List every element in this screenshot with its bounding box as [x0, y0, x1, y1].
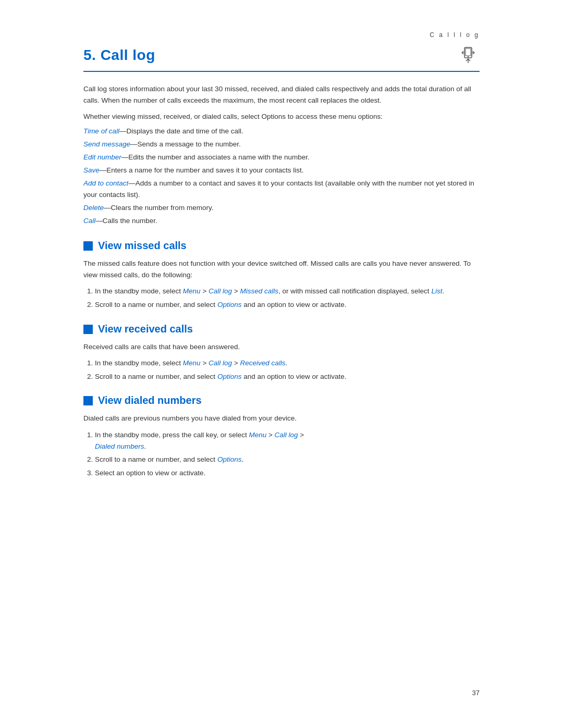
section-heading-dialed-numbers: View dialed numbers: [83, 394, 480, 406]
list-item: Select an option to view or activate.: [95, 467, 480, 479]
section-square-received: [83, 325, 93, 334]
chapter-label: C a l l l o g: [430, 31, 480, 39]
svg-point-2: [468, 56, 469, 57]
menu-item-5: Delete—Clears the number from memory.: [83, 202, 480, 214]
page-header: C a l l l o g: [0, 0, 563, 44]
menu-item-0: Time of call—Displays the date and time …: [83, 126, 480, 138]
menu-item-2: Edit number—Edits the number and associa…: [83, 152, 480, 164]
menu-item-1: Send message—Sends a message to the numb…: [83, 139, 480, 151]
call-log-icon: [457, 44, 480, 67]
content-area: 5. Call log: [0, 44, 563, 728]
intro-paragraph1: Call log stores information about your l…: [83, 83, 480, 106]
missed-calls-steps: In the standby mode, select Menu > Call …: [83, 286, 480, 310]
section-square-dialed: [83, 396, 93, 405]
menu-items-list: Time of call—Displays the date and time …: [83, 126, 480, 228]
received-calls-steps: In the standby mode, select Menu > Call …: [83, 357, 480, 382]
received-calls-intro: Received calls are calls that have been …: [83, 341, 480, 353]
menu-item-4: Add to contact—Adds a number to a contac…: [83, 178, 480, 202]
menu-item-3: Save—Enters a name for the number and sa…: [83, 165, 480, 177]
menu-item-6: Call—Calls the number.: [83, 215, 480, 227]
page: C a l l l o g 5. Call log: [0, 0, 563, 728]
section-heading-received-calls: View received calls: [83, 323, 480, 335]
list-item: Scroll to a name or number, and select O…: [95, 299, 480, 311]
section-square-missed: [83, 241, 93, 251]
page-number: 37: [472, 689, 480, 697]
list-item: In the standby mode, select Menu > Call …: [95, 286, 480, 297]
section-title-dialed-numbers: View dialed numbers: [98, 394, 202, 406]
missed-calls-intro: The missed calls feature does not functi…: [83, 258, 480, 280]
menu-options-intro: Whether viewing missed, received, or dia…: [83, 111, 480, 122]
dialed-numbers-intro: Dialed calls are previous numbers you ha…: [83, 413, 480, 424]
options-link: Options: [261, 113, 286, 120]
list-item: Scroll to a name or number, and select O…: [95, 371, 480, 382]
section-heading-missed-calls: View missed calls: [83, 240, 480, 252]
dialed-numbers-steps: In the standby mode, press the call key,…: [83, 429, 480, 478]
chapter-title: 5. Call log: [83, 47, 155, 64]
chapter-title-row: 5. Call log: [83, 44, 480, 72]
svg-rect-1: [466, 48, 471, 56]
section-title-received-calls: View received calls: [98, 323, 193, 335]
list-item: In the standby mode, press the call key,…: [95, 429, 480, 452]
section-title-missed-calls: View missed calls: [98, 240, 187, 252]
list-item: In the standby mode, select Menu > Call …: [95, 357, 480, 369]
list-item: Scroll to a name or number, and select O…: [95, 454, 480, 465]
